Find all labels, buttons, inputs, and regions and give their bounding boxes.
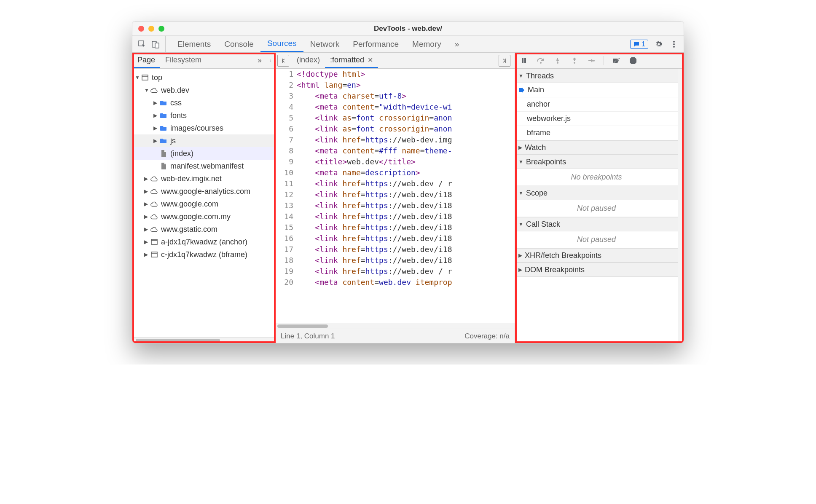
- tree-label: top: [152, 73, 162, 82]
- section-header[interactable]: ▶Watch: [515, 140, 678, 155]
- tree-item[interactable]: ▶www.gstatic.com: [132, 223, 275, 236]
- thread-item[interactable]: bframe: [515, 126, 678, 140]
- expand-arrow-icon[interactable]: ▶: [144, 226, 150, 232]
- navigator-more-icon[interactable]: [266, 56, 275, 65]
- more-vert-icon[interactable]: [669, 40, 679, 49]
- issues-badge[interactable]: 1: [630, 40, 648, 49]
- expand-arrow-icon[interactable]: ▶: [144, 214, 150, 220]
- thread-label: webworker.js: [527, 114, 571, 123]
- code-lines[interactable]: <!doctype html><html lang=en> <meta char…: [297, 69, 515, 323]
- step-into-icon[interactable]: [553, 56, 562, 65]
- expand-arrow-icon[interactable]: ▶: [144, 239, 150, 245]
- debugger-vscroll[interactable]: [678, 69, 684, 343]
- editor-hscroll[interactable]: [276, 323, 515, 329]
- expand-arrow-icon[interactable]: ▶: [153, 138, 159, 144]
- tree-item[interactable]: ▶web-dev.imgix.net: [132, 172, 275, 185]
- pause-icon[interactable]: [519, 56, 529, 65]
- tab-memory[interactable]: Memory: [405, 36, 448, 52]
- tabs-overflow[interactable]: »: [448, 40, 466, 49]
- expand-arrow-icon[interactable]: ▶: [144, 252, 150, 257]
- section-header[interactable]: ▼Breakpoints: [515, 155, 678, 169]
- navigator-overflow[interactable]: »: [253, 56, 266, 65]
- expand-arrow-icon[interactable]: ▶: [153, 113, 159, 118]
- section-header[interactable]: ▼Threads: [515, 69, 678, 83]
- svg-rect-16: [524, 58, 526, 63]
- tree-label: (index): [170, 149, 193, 158]
- tree-item[interactable]: ▶fonts: [132, 109, 275, 122]
- tree-item[interactable]: (index): [132, 147, 275, 160]
- debugger-sections: ▼ThreadsMainanchorwebworker.jsbframe▶Wat…: [515, 69, 678, 343]
- code-editor[interactable]: 1234567891011121314151617181920 <!doctyp…: [276, 69, 515, 323]
- tab-console[interactable]: Console: [217, 36, 260, 52]
- navigator-tab-page[interactable]: Page: [132, 53, 160, 68]
- tree-item[interactable]: ▶js: [132, 134, 275, 147]
- tree-item[interactable]: ▼web.dev: [132, 84, 275, 97]
- file-tab[interactable]: (index): [292, 53, 325, 68]
- disclosure-triangle-icon: ▶: [518, 145, 522, 150]
- minimize-window-button[interactable]: [148, 26, 154, 32]
- tree-item[interactable]: ▶images/courses: [132, 122, 275, 134]
- thread-item[interactable]: webworker.js: [515, 112, 678, 126]
- expand-arrow-icon[interactable]: ▼: [135, 75, 141, 80]
- svg-rect-9: [142, 75, 148, 80]
- tree-item[interactable]: ▶css: [132, 97, 275, 109]
- close-window-button[interactable]: [138, 26, 144, 32]
- navigator-tab-filesystem[interactable]: Filesystem: [160, 53, 207, 68]
- svg-point-7: [270, 60, 271, 61]
- expand-arrow-icon[interactable]: ▼: [144, 87, 150, 93]
- thread-item[interactable]: Main: [515, 83, 678, 97]
- section-title: Threads: [526, 72, 554, 80]
- gear-icon[interactable]: [654, 40, 663, 49]
- expand-arrow-icon[interactable]: ▶: [144, 188, 150, 194]
- tab-network[interactable]: Network: [303, 36, 346, 52]
- section-title: Breakpoints: [526, 158, 566, 166]
- tree-item[interactable]: ▶www.google.com.my: [132, 210, 275, 223]
- tree-label: web-dev.imgix.net: [161, 174, 222, 183]
- active-arrow-icon: [518, 87, 525, 93]
- gutter: 1234567891011121314151617181920: [276, 69, 297, 323]
- file-tab[interactable]: :formatted✕: [325, 53, 378, 68]
- tree-label: js: [170, 137, 176, 145]
- editor-nav-next-icon[interactable]: [499, 55, 510, 67]
- thread-item[interactable]: anchor: [515, 97, 678, 112]
- tree-label: www.google-analytics.com: [161, 187, 250, 196]
- file-icon: [159, 162, 168, 170]
- expand-arrow-icon[interactable]: ▶: [144, 201, 150, 207]
- cloud-icon: [150, 187, 158, 196]
- coverage-status: Coverage: n/a: [464, 332, 510, 340]
- cursor-position: Line 1, Column 1: [281, 332, 335, 340]
- tree-item[interactable]: ▶a-jdx1q7kwadwz (anchor): [132, 236, 275, 248]
- pause-on-exceptions-icon[interactable]: [628, 56, 638, 65]
- device-toggle-icon[interactable]: [151, 40, 160, 49]
- tree-item[interactable]: ▶c-jdx1q7kwadwz (bframe): [132, 248, 275, 261]
- maximize-window-button[interactable]: [158, 26, 164, 32]
- section-header[interactable]: ▼Scope: [515, 186, 678, 200]
- tree-item[interactable]: ▶www.google.com: [132, 198, 275, 210]
- expand-arrow-icon[interactable]: ▶: [153, 100, 159, 106]
- step-over-icon[interactable]: [536, 56, 545, 65]
- editor-statusbar: Line 1, Column 1 Coverage: n/a: [276, 329, 515, 343]
- tab-performance[interactable]: Performance: [346, 36, 405, 52]
- tree-item[interactable]: ▶www.google-analytics.com: [132, 185, 275, 198]
- section-header[interactable]: ▶DOM Breakpoints: [515, 263, 678, 277]
- inspect-icon[interactable]: [137, 40, 147, 49]
- expand-arrow-icon[interactable]: ▶: [153, 125, 159, 131]
- editor-nav-prev-icon[interactable]: [277, 55, 289, 67]
- file-tree[interactable]: ▼top▼web.dev▶css▶fonts▶images/courses▶js…: [132, 69, 275, 337]
- navigator-hscroll[interactable]: [132, 337, 275, 343]
- tab-sources[interactable]: Sources: [260, 36, 303, 52]
- step-icon[interactable]: [587, 56, 596, 65]
- tree-item[interactable]: manifest.webmanifest: [132, 160, 275, 172]
- section-header[interactable]: ▶XHR/fetch Breakpoints: [515, 248, 678, 263]
- empty-text: Not paused: [515, 200, 678, 217]
- deactivate-breakpoints-icon[interactable]: [612, 56, 621, 65]
- close-icon[interactable]: ✕: [368, 56, 373, 64]
- tab-elements[interactable]: Elements: [171, 36, 217, 52]
- section-header[interactable]: ▼Call Stack: [515, 217, 678, 231]
- step-out-icon[interactable]: [570, 56, 579, 65]
- empty-text: Not paused: [515, 231, 678, 248]
- expand-arrow-icon[interactable]: ▶: [144, 176, 150, 182]
- tree-item[interactable]: ▼top: [132, 71, 275, 84]
- cloud-icon: [150, 174, 158, 183]
- navigator-pane: PageFilesystem » ▼top▼web.dev▶css▶fonts▶…: [132, 53, 276, 343]
